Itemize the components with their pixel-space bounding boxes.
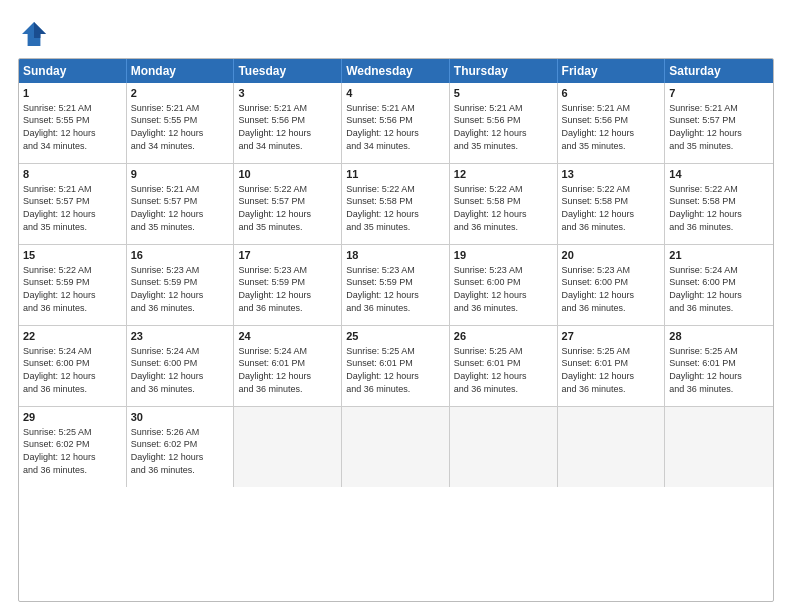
calendar-cell: 19Sunrise: 5:23 AM Sunset: 6:00 PM Dayli…	[450, 245, 558, 325]
cell-info: Sunrise: 5:22 AM Sunset: 5:58 PM Dayligh…	[454, 183, 553, 233]
calendar-row-4: 22Sunrise: 5:24 AM Sunset: 6:00 PM Dayli…	[19, 326, 773, 407]
day-number: 2	[131, 86, 230, 101]
cell-info: Sunrise: 5:22 AM Sunset: 5:59 PM Dayligh…	[23, 264, 122, 314]
calendar-cell: 23Sunrise: 5:24 AM Sunset: 6:00 PM Dayli…	[127, 326, 235, 406]
calendar-cell	[665, 407, 773, 487]
cell-info: Sunrise: 5:23 AM Sunset: 6:00 PM Dayligh…	[454, 264, 553, 314]
calendar-cell: 3Sunrise: 5:21 AM Sunset: 5:56 PM Daylig…	[234, 83, 342, 163]
header	[18, 18, 774, 50]
day-number: 4	[346, 86, 445, 101]
cell-info: Sunrise: 5:21 AM Sunset: 5:56 PM Dayligh…	[562, 102, 661, 152]
cell-info: Sunrise: 5:22 AM Sunset: 5:58 PM Dayligh…	[346, 183, 445, 233]
cell-info: Sunrise: 5:21 AM Sunset: 5:56 PM Dayligh…	[238, 102, 337, 152]
cell-info: Sunrise: 5:24 AM Sunset: 6:00 PM Dayligh…	[669, 264, 769, 314]
day-number: 6	[562, 86, 661, 101]
cell-info: Sunrise: 5:21 AM Sunset: 5:56 PM Dayligh…	[454, 102, 553, 152]
calendar-cell: 10Sunrise: 5:22 AM Sunset: 5:57 PM Dayli…	[234, 164, 342, 244]
day-number: 28	[669, 329, 769, 344]
calendar-cell: 18Sunrise: 5:23 AM Sunset: 5:59 PM Dayli…	[342, 245, 450, 325]
calendar-cell: 17Sunrise: 5:23 AM Sunset: 5:59 PM Dayli…	[234, 245, 342, 325]
cell-info: Sunrise: 5:21 AM Sunset: 5:57 PM Dayligh…	[131, 183, 230, 233]
day-number: 14	[669, 167, 769, 182]
calendar-cell: 15Sunrise: 5:22 AM Sunset: 5:59 PM Dayli…	[19, 245, 127, 325]
cell-info: Sunrise: 5:22 AM Sunset: 5:58 PM Dayligh…	[669, 183, 769, 233]
calendar-cell: 8Sunrise: 5:21 AM Sunset: 5:57 PM Daylig…	[19, 164, 127, 244]
cell-info: Sunrise: 5:21 AM Sunset: 5:56 PM Dayligh…	[346, 102, 445, 152]
day-number: 10	[238, 167, 337, 182]
cell-info: Sunrise: 5:22 AM Sunset: 5:57 PM Dayligh…	[238, 183, 337, 233]
calendar-cell: 29Sunrise: 5:25 AM Sunset: 6:02 PM Dayli…	[19, 407, 127, 487]
calendar-cell: 24Sunrise: 5:24 AM Sunset: 6:01 PM Dayli…	[234, 326, 342, 406]
calendar-cell	[450, 407, 558, 487]
day-number: 13	[562, 167, 661, 182]
calendar-row-1: 1Sunrise: 5:21 AM Sunset: 5:55 PM Daylig…	[19, 83, 773, 164]
calendar-row-2: 8Sunrise: 5:21 AM Sunset: 5:57 PM Daylig…	[19, 164, 773, 245]
cell-info: Sunrise: 5:23 AM Sunset: 6:00 PM Dayligh…	[562, 264, 661, 314]
calendar-body: 1Sunrise: 5:21 AM Sunset: 5:55 PM Daylig…	[19, 83, 773, 487]
weekday-header-thursday: Thursday	[450, 59, 558, 83]
day-number: 8	[23, 167, 122, 182]
calendar-row-5: 29Sunrise: 5:25 AM Sunset: 6:02 PM Dayli…	[19, 407, 773, 487]
cell-info: Sunrise: 5:25 AM Sunset: 6:01 PM Dayligh…	[454, 345, 553, 395]
calendar-cell: 20Sunrise: 5:23 AM Sunset: 6:00 PM Dayli…	[558, 245, 666, 325]
calendar-cell: 4Sunrise: 5:21 AM Sunset: 5:56 PM Daylig…	[342, 83, 450, 163]
day-number: 5	[454, 86, 553, 101]
cell-info: Sunrise: 5:26 AM Sunset: 6:02 PM Dayligh…	[131, 426, 230, 476]
calendar-cell: 11Sunrise: 5:22 AM Sunset: 5:58 PM Dayli…	[342, 164, 450, 244]
cell-info: Sunrise: 5:21 AM Sunset: 5:57 PM Dayligh…	[669, 102, 769, 152]
calendar-cell: 13Sunrise: 5:22 AM Sunset: 5:58 PM Dayli…	[558, 164, 666, 244]
logo	[18, 18, 54, 50]
calendar-cell: 1Sunrise: 5:21 AM Sunset: 5:55 PM Daylig…	[19, 83, 127, 163]
calendar-cell: 14Sunrise: 5:22 AM Sunset: 5:58 PM Dayli…	[665, 164, 773, 244]
cell-info: Sunrise: 5:23 AM Sunset: 5:59 PM Dayligh…	[238, 264, 337, 314]
day-number: 24	[238, 329, 337, 344]
calendar-cell: 5Sunrise: 5:21 AM Sunset: 5:56 PM Daylig…	[450, 83, 558, 163]
day-number: 1	[23, 86, 122, 101]
cell-info: Sunrise: 5:25 AM Sunset: 6:02 PM Dayligh…	[23, 426, 122, 476]
calendar-header: SundayMondayTuesdayWednesdayThursdayFrid…	[19, 59, 773, 83]
day-number: 30	[131, 410, 230, 425]
day-number: 9	[131, 167, 230, 182]
cell-info: Sunrise: 5:21 AM Sunset: 5:57 PM Dayligh…	[23, 183, 122, 233]
cell-info: Sunrise: 5:24 AM Sunset: 6:00 PM Dayligh…	[23, 345, 122, 395]
day-number: 17	[238, 248, 337, 263]
day-number: 7	[669, 86, 769, 101]
calendar-cell: 25Sunrise: 5:25 AM Sunset: 6:01 PM Dayli…	[342, 326, 450, 406]
day-number: 27	[562, 329, 661, 344]
weekday-header-monday: Monday	[127, 59, 235, 83]
day-number: 25	[346, 329, 445, 344]
calendar: SundayMondayTuesdayWednesdayThursdayFrid…	[18, 58, 774, 602]
day-number: 26	[454, 329, 553, 344]
calendar-cell: 28Sunrise: 5:25 AM Sunset: 6:01 PM Dayli…	[665, 326, 773, 406]
weekday-header-wednesday: Wednesday	[342, 59, 450, 83]
cell-info: Sunrise: 5:22 AM Sunset: 5:58 PM Dayligh…	[562, 183, 661, 233]
weekday-header-sunday: Sunday	[19, 59, 127, 83]
weekday-header-tuesday: Tuesday	[234, 59, 342, 83]
cell-info: Sunrise: 5:21 AM Sunset: 5:55 PM Dayligh…	[131, 102, 230, 152]
cell-info: Sunrise: 5:25 AM Sunset: 6:01 PM Dayligh…	[669, 345, 769, 395]
cell-info: Sunrise: 5:24 AM Sunset: 6:00 PM Dayligh…	[131, 345, 230, 395]
day-number: 21	[669, 248, 769, 263]
calendar-cell: 22Sunrise: 5:24 AM Sunset: 6:00 PM Dayli…	[19, 326, 127, 406]
calendar-cell: 6Sunrise: 5:21 AM Sunset: 5:56 PM Daylig…	[558, 83, 666, 163]
cell-info: Sunrise: 5:21 AM Sunset: 5:55 PM Dayligh…	[23, 102, 122, 152]
page: SundayMondayTuesdayWednesdayThursdayFrid…	[0, 0, 792, 612]
calendar-cell	[234, 407, 342, 487]
day-number: 11	[346, 167, 445, 182]
calendar-cell: 27Sunrise: 5:25 AM Sunset: 6:01 PM Dayli…	[558, 326, 666, 406]
calendar-cell: 9Sunrise: 5:21 AM Sunset: 5:57 PM Daylig…	[127, 164, 235, 244]
day-number: 23	[131, 329, 230, 344]
day-number: 3	[238, 86, 337, 101]
cell-info: Sunrise: 5:23 AM Sunset: 5:59 PM Dayligh…	[346, 264, 445, 314]
cell-info: Sunrise: 5:23 AM Sunset: 5:59 PM Dayligh…	[131, 264, 230, 314]
calendar-cell: 12Sunrise: 5:22 AM Sunset: 5:58 PM Dayli…	[450, 164, 558, 244]
weekday-header-friday: Friday	[558, 59, 666, 83]
cell-info: Sunrise: 5:24 AM Sunset: 6:01 PM Dayligh…	[238, 345, 337, 395]
cell-info: Sunrise: 5:25 AM Sunset: 6:01 PM Dayligh…	[346, 345, 445, 395]
svg-marker-1	[34, 22, 46, 38]
calendar-cell: 16Sunrise: 5:23 AM Sunset: 5:59 PM Dayli…	[127, 245, 235, 325]
calendar-cell	[558, 407, 666, 487]
day-number: 22	[23, 329, 122, 344]
calendar-cell	[342, 407, 450, 487]
day-number: 29	[23, 410, 122, 425]
